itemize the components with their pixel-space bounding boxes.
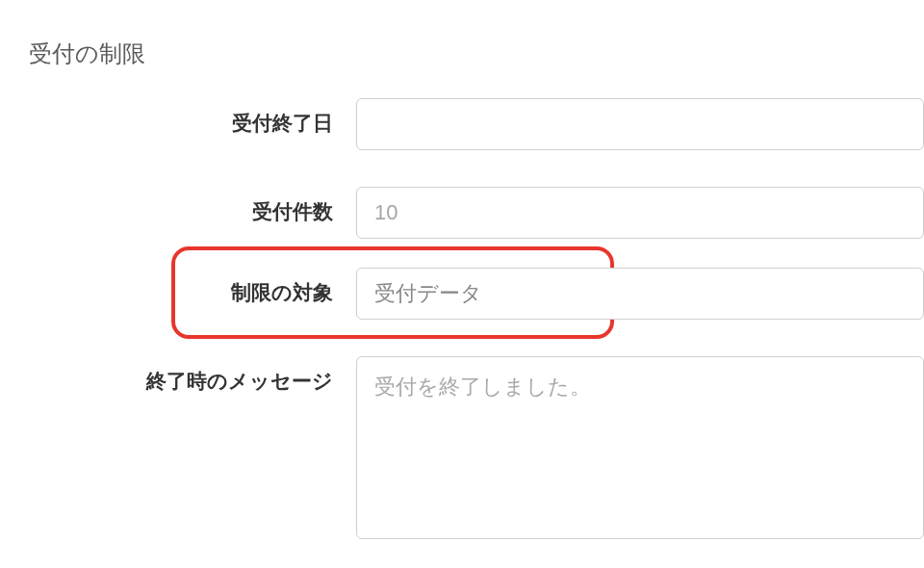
end-message-textarea[interactable] xyxy=(356,356,924,539)
target-select-value: 受付データ xyxy=(374,279,482,308)
form-row-count: 受付件数 xyxy=(29,187,924,239)
input-cell: 受付データ xyxy=(356,268,924,320)
target-label: 制限の対象 xyxy=(231,281,333,303)
form-row-end-date: 受付終了日 xyxy=(29,98,924,150)
end-date-input[interactable] xyxy=(356,98,924,150)
count-label: 受付件数 xyxy=(252,200,333,222)
form-row-end-message: 終了時のメッセージ xyxy=(29,356,924,543)
target-select[interactable]: 受付データ xyxy=(356,268,924,320)
label-cell: 受付件数 xyxy=(29,187,356,225)
section-heading: 受付の制限 xyxy=(29,39,924,69)
label-cell: 受付終了日 xyxy=(29,98,356,137)
label-cell: 終了時のメッセージ xyxy=(29,356,356,395)
end-message-label: 終了時のメッセージ xyxy=(146,370,333,392)
input-cell xyxy=(356,187,924,239)
input-cell xyxy=(356,98,924,150)
count-input[interactable] xyxy=(356,187,924,239)
form-container: 受付の制限 受付終了日 受付件数 制限の対象 受付データ 終了時のメッセージ xyxy=(0,0,924,543)
label-cell: 制限の対象 xyxy=(29,268,356,306)
form-row-target: 制限の対象 受付データ xyxy=(29,268,924,320)
end-date-label: 受付終了日 xyxy=(232,112,333,134)
input-cell xyxy=(356,356,924,543)
